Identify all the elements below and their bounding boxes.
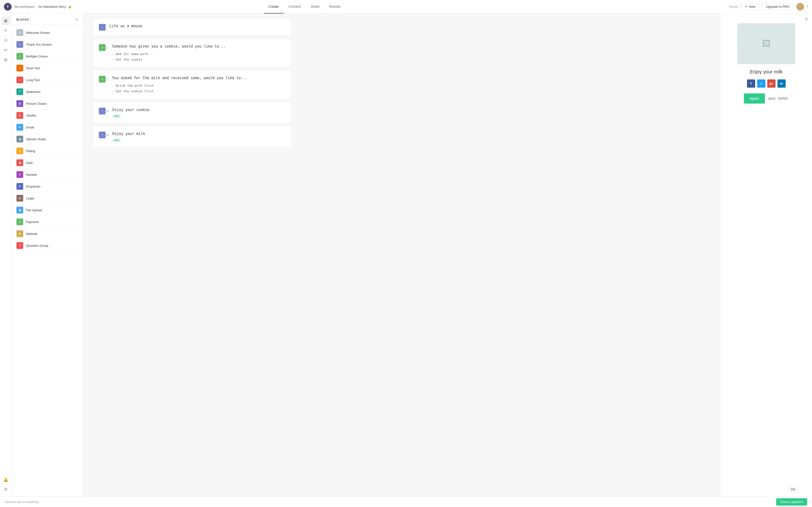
avatar[interactable]	[796, 3, 804, 11]
block-title-1: You asked for the milk and received some…	[112, 75, 285, 81]
upgrade-button[interactable]: Upgrade to PRO	[762, 3, 794, 10]
sidebar-item-yes/no[interactable]: ⊙ Yes/No	[12, 110, 83, 121]
sidebar-item-multiple-choice[interactable]: ✓ Multiple Choice	[12, 50, 83, 62]
title-block-content: Life as a mouse	[109, 23, 285, 29]
block-content-1: You asked for the milk and received some…	[112, 75, 285, 94]
block-badge-2: → A	[99, 108, 108, 114]
sidebar-item-dropdown[interactable]: ▾ Dropdown	[12, 181, 83, 192]
block-title-3: Enjoy your milk	[112, 131, 285, 137]
avatar-chevron-icon[interactable]: ▾	[807, 5, 808, 8]
sidebar-item-date[interactable]: ▦ Date	[12, 157, 83, 169]
iconbar-blocks[interactable]: ⊞	[1, 16, 10, 25]
sidebar-item-email[interactable]: ✉ Email	[12, 121, 83, 133]
again-button[interactable]: again	[744, 94, 765, 104]
refresh-button[interactable]: ↻	[805, 17, 808, 21]
sidebar-header: BLOCKS ×	[12, 13, 83, 25]
sidebar-item-picture-choice[interactable]: ⊞ Picture Choice	[12, 98, 83, 110]
sidebar-item-welcome-screen[interactable]: ⊞ Welcome Screen	[12, 27, 83, 39]
badge-num-0: 1	[107, 46, 108, 49]
sidebar: BLOCKS × ⊞ Welcome Screen ✓ Thank You Sc…	[12, 13, 83, 496]
create-typeform-button[interactable]: Create a typeform	[776, 498, 807, 506]
sidebar-item-legal[interactable]: ⚖ Legal	[12, 192, 83, 204]
badge-icon-3: →	[99, 131, 106, 138]
preview-title: Enjoy your milk	[750, 69, 783, 74]
block-icon-11: ▦	[16, 159, 23, 166]
facebook-icon[interactable]: f	[747, 79, 755, 88]
block-icon-18: ≡	[16, 242, 23, 249]
content-area: → Life as a mouse ✓ 1 Someone has given …	[83, 13, 720, 496]
sidebar-item-label-12: Number	[26, 173, 37, 176]
sidebar-item-label-8: Email	[26, 125, 34, 129]
pro-badge: PRO	[112, 138, 121, 142]
googleplus-icon[interactable]: g+	[767, 79, 775, 88]
block-icon-7: ⊙	[16, 112, 23, 119]
block-icon-2: ✓	[16, 53, 23, 60]
sidebar-item-website[interactable]: ⊞ Website	[12, 228, 83, 240]
title-block-badge: →	[99, 24, 106, 31]
sidebar-item-rating[interactable]: ★ Rating	[12, 145, 83, 157]
nav-logo: T	[4, 3, 12, 11]
preview-image-placeholder-icon: 🖼	[762, 39, 771, 49]
form-block-1[interactable]: ✓ 2 You asked for the milk and received …	[93, 70, 291, 99]
sidebar-item-label-13: Dropdown	[26, 185, 40, 188]
iconbar-edit[interactable]: ✎	[1, 26, 10, 35]
nav-tabs: Create Connect Share Results	[264, 0, 345, 13]
badge-icon-2: →	[99, 108, 106, 114]
sidebar-item-statement[interactable]: ❝ Statement	[12, 86, 83, 98]
block-option: - Eat the cookie first	[112, 89, 285, 94]
enter-key-label: ENTER	[777, 97, 789, 101]
twitter-icon[interactable]: t	[757, 79, 765, 88]
sidebar-item-thank-you-screen[interactable]: ✓ Thank You Screen	[12, 39, 83, 50]
block-icon-8: ✉	[16, 124, 23, 131]
sidebar-item-payment[interactable]: ≡ Payment	[12, 216, 83, 228]
sidebar-item-short-text[interactable]: ≡ Short Text	[12, 62, 83, 74]
iconbar-logic[interactable]: ⇄	[1, 45, 10, 54]
tab-connect[interactable]: Connect	[284, 0, 306, 13]
block-badge-1: ✓ 2	[99, 76, 108, 82]
pro-badge: PRO	[112, 114, 121, 118]
press-enter-hint: press ENTER	[767, 97, 789, 100]
workspace-label[interactable]: My workspace	[14, 5, 35, 8]
bottom-bar: How you ask is everything Create a typef…	[0, 496, 812, 507]
iconbar-results[interactable]: ▤	[1, 55, 10, 64]
block-icon-1: ✓	[16, 41, 23, 48]
close-sidebar-button[interactable]: ×	[75, 17, 78, 22]
view-button[interactable]: ↗ View	[741, 3, 759, 10]
sidebar-item-question-group[interactable]: ≡ Question Group	[12, 240, 83, 251]
block-badge-3: → B	[99, 131, 108, 138]
block-icon-13: ▾	[16, 183, 23, 190]
nav-right: Saved ↗ View Upgrade to PRO ▾	[729, 3, 808, 11]
block-icon-9: ▤	[16, 136, 23, 143]
linkedin-icon[interactable]: in	[777, 79, 785, 88]
form-block-3[interactable]: → B Enjoy your milk PRO	[93, 126, 291, 147]
sidebar-item-label-16: Payment	[26, 220, 39, 224]
form-block-0[interactable]: ✓ 1 Someone has given you a cookie, woul…	[93, 39, 291, 67]
iconbar-notifications[interactable]: 🔔	[1, 475, 10, 484]
preview-image-box: 🖼	[737, 23, 795, 64]
tab-share[interactable]: Share	[306, 0, 324, 13]
sidebar-item-label-10: Rating	[26, 149, 35, 153]
sidebar-item-file-upload[interactable]: ▣ File Upload	[12, 204, 83, 216]
badge-icon-0: ✓	[99, 44, 106, 51]
sidebar-item-number[interactable]: # Number	[12, 169, 83, 181]
preview-btn-row: again press ENTER	[744, 94, 789, 104]
block-content-0: Someone has given you a cookie, would yo…	[112, 44, 285, 62]
main-layout: ⊞ ✎ ◎ ⇄ ▤ 🔔 ⚙ BLOCKS × ⊞ Welcome Screen …	[0, 13, 812, 496]
tab-create[interactable]: Create	[264, 0, 284, 13]
sidebar-item-label-11: Date	[26, 161, 33, 165]
title-block-icon: →	[99, 24, 106, 31]
block-option: - Eat the cookie	[112, 57, 285, 62]
tab-results[interactable]: Results	[324, 0, 346, 13]
sidebar-item-long-text[interactable]: ≡ Long Text	[12, 74, 83, 86]
sidebar-item-label-4: Long Text	[26, 78, 40, 82]
iconbar-settings[interactable]: ⚙	[1, 485, 10, 494]
form-block-2[interactable]: → A Enjoy your cookie PRO	[93, 102, 291, 123]
sidebar-item-opinion-scale[interactable]: ▤ Opinion Scale	[12, 133, 83, 145]
social-icons: f t g+ in	[747, 79, 785, 88]
block-icon-6: ⊞	[16, 100, 23, 107]
sidebar-item-label-0: Welcome Screen	[26, 31, 50, 35]
sidebar-item-label-6: Picture Choice	[26, 102, 47, 106]
sidebar-title: BLOCKS	[16, 18, 29, 21]
title-block[interactable]: → Life as a mouse	[93, 18, 291, 36]
iconbar-theme[interactable]: ◎	[1, 36, 10, 44]
